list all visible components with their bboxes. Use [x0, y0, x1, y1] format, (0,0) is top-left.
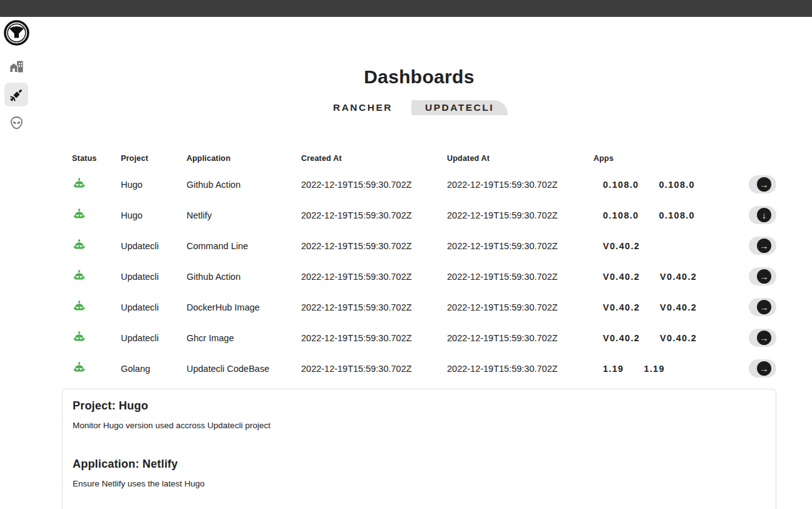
apps-cell: V0.40.2V0.40.2	[594, 302, 749, 312]
app-version: 1.19	[603, 364, 624, 374]
application-cell: Github Action	[187, 272, 301, 282]
expand-row-button[interactable]: →	[749, 329, 776, 347]
created-at-cell: 2022-12-19T15:59:30.702Z	[301, 333, 447, 343]
page-title: Dashboards	[62, 66, 776, 88]
app-version: V0.40.2	[603, 302, 640, 312]
apps-cell: 1.191.19	[594, 364, 749, 374]
status-cell	[62, 361, 121, 376]
robot-status-icon	[72, 269, 121, 284]
expand-row-button[interactable]: →	[749, 267, 776, 285]
tab-updatecli[interactable]: UPDATECLI	[411, 100, 508, 115]
column-header-application: Application	[187, 154, 301, 163]
app-version: V0.40.2	[660, 302, 697, 312]
application-cell: Ghcr Image	[187, 333, 301, 343]
updated-at-cell: 2022-12-19T15:59:30.702Z	[447, 210, 594, 220]
app-version: 0.108.0	[659, 180, 694, 190]
actions-cell: →	[749, 267, 776, 285]
home-work-icon	[8, 58, 25, 75]
sidebar-item-about[interactable]	[4, 111, 28, 135]
robot-status-icon	[72, 331, 121, 345]
robot-status-icon	[72, 208, 121, 222]
sidebar-item-home[interactable]	[4, 54, 28, 78]
column-header-created-at: Created At	[301, 154, 447, 163]
app-version: V0.40.2	[603, 241, 640, 251]
updatecli-logo-icon	[4, 20, 29, 46]
apps-cell: 0.108.00.108.0	[594, 210, 749, 220]
status-cell	[62, 300, 121, 314]
table-row[interactable]: Updatecli Github Action 2022-12-19T15:59…	[62, 261, 776, 292]
table-row[interactable]: Golang Updatecli CodeBase 2022-12-19T15:…	[62, 353, 776, 384]
table-row[interactable]: Updatecli DockerHub Image 2022-12-19T15:…	[62, 292, 776, 322]
arrow-right-icon: →	[757, 269, 771, 284]
app-version: 1.19	[644, 364, 664, 374]
sidebar-nav	[4, 54, 28, 135]
expand-row-button[interactable]: →	[749, 359, 776, 378]
actions-cell: →	[749, 237, 776, 255]
table-body: Hugo Github Action 2022-12-19T15:59:30.7…	[62, 169, 776, 384]
table-row[interactable]: Hugo Github Action 2022-12-19T15:59:30.7…	[62, 169, 776, 200]
status-cell	[62, 239, 121, 253]
status-cell	[62, 331, 121, 345]
created-at-cell: 2022-12-19T15:59:30.702Z	[301, 241, 447, 251]
actions-cell: ↓	[749, 206, 776, 224]
project-cell: Hugo	[121, 180, 187, 190]
project-cell: Updatecli	[121, 302, 187, 312]
column-header-status: Status	[62, 154, 121, 163]
updatecli-logo[interactable]	[4, 20, 29, 46]
arrow-right-icon: →	[757, 177, 771, 192]
application-heading: Application: Netlify	[73, 458, 766, 471]
robot-status-icon	[72, 300, 121, 314]
table-row[interactable]: Updatecli Ghcr Image 2022-12-19T15:59:30…	[62, 322, 776, 353]
tab-bar: RANCHER UPDATECLI	[62, 100, 776, 115]
project-cell: Updatecli	[121, 272, 187, 282]
satellite-icon	[9, 87, 24, 103]
main-content: Dashboards RANCHER UPDATECLI Status Proj…	[62, 66, 776, 509]
apps-cell: 0.108.00.108.0	[594, 180, 749, 190]
app-version: V0.40.2	[603, 272, 640, 282]
expand-row-button[interactable]: →	[749, 175, 776, 193]
status-cell	[62, 269, 121, 284]
actions-cell: →	[749, 298, 776, 316]
arrow-down-icon: ↓	[757, 208, 771, 222]
collapse-row-button[interactable]: ↓	[749, 206, 776, 224]
table-row[interactable]: Hugo Netlify 2022-12-19T15:59:30.702Z 20…	[62, 200, 776, 230]
table-row[interactable]: Updatecli Command Line 2022-12-19T15:59:…	[62, 230, 776, 261]
status-cell	[62, 177, 121, 192]
project-cell: Golang	[121, 364, 187, 374]
sidebar	[0, 17, 33, 135]
tab-rancher[interactable]: RANCHER	[331, 100, 395, 115]
updated-at-cell: 2022-12-19T15:59:30.702Z	[447, 180, 594, 190]
expand-row-button[interactable]: →	[749, 298, 776, 316]
created-at-cell: 2022-12-19T15:59:30.702Z	[301, 210, 447, 220]
column-header-updated-at: Updated At	[447, 154, 594, 163]
created-at-cell: 2022-12-19T15:59:30.702Z	[301, 272, 447, 282]
arrow-right-icon: →	[757, 300, 771, 314]
apps-cell: V0.40.2	[594, 241, 749, 251]
top-bar	[0, 0, 812, 17]
application-cell: DockerHub Image	[187, 302, 301, 312]
actions-cell: →	[749, 359, 776, 378]
application-cell: Updatecli CodeBase	[187, 364, 301, 374]
sidebar-item-pipelines[interactable]	[4, 83, 28, 106]
updated-at-cell: 2022-12-19T15:59:30.702Z	[447, 364, 594, 374]
created-at-cell: 2022-12-19T15:59:30.702Z	[301, 302, 447, 312]
robot-status-icon	[72, 177, 121, 192]
project-cell: Updatecli	[121, 333, 187, 343]
robot-status-icon	[72, 239, 121, 253]
app-version: 0.108.0	[659, 210, 694, 220]
created-at-cell: 2022-12-19T15:59:30.702Z	[301, 180, 447, 190]
arrow-right-icon: →	[757, 331, 771, 345]
actions-cell: →	[749, 175, 776, 193]
updated-at-cell: 2022-12-19T15:59:30.702Z	[447, 302, 594, 312]
application-cell: Github Action	[187, 180, 301, 190]
project-description: Monitor Hugo version used accross Update…	[73, 421, 766, 430]
expand-row-button[interactable]: →	[749, 237, 776, 255]
application-cell: Command Line	[187, 241, 301, 251]
table-header-row: Status Project Application Created At Up…	[62, 154, 776, 163]
updated-at-cell: 2022-12-19T15:59:30.702Z	[447, 333, 594, 343]
apps-cell: V0.40.2V0.40.2	[594, 333, 749, 343]
project-cell: Hugo	[121, 210, 187, 220]
project-heading: Project: Hugo	[73, 399, 766, 413]
apps-cell: V0.40.2V0.40.2	[594, 272, 749, 282]
status-cell	[62, 208, 121, 222]
